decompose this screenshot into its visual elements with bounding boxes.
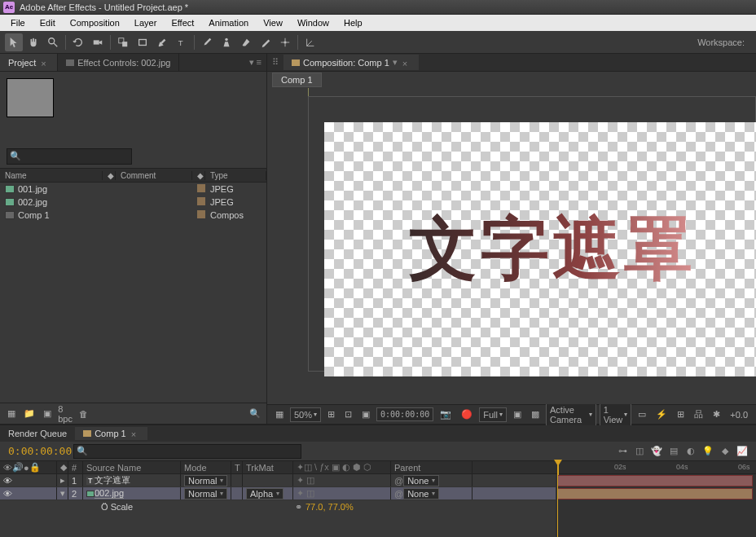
menu-effect[interactable]: Effect — [164, 16, 201, 29]
panel-menu-icon[interactable]: ▾ ≡ — [244, 57, 266, 68]
hide-shy-icon[interactable]: 👻 — [649, 444, 664, 459]
selection-tool-icon[interactable] — [5, 33, 23, 51]
eraser-tool-icon[interactable] — [237, 33, 255, 51]
zoom-dropdown[interactable]: 50% ▾ — [290, 407, 321, 422]
property-scale-label[interactable]: Ö Scale — [85, 502, 181, 512]
menu-help[interactable]: Help — [336, 16, 370, 29]
label-swatch[interactable] — [197, 197, 205, 205]
close-icon[interactable]: × — [131, 429, 139, 438]
trkmat-dropdown[interactable]: Alpha▾ — [246, 488, 284, 500]
parent-dropdown[interactable]: None▾ — [403, 488, 439, 500]
text-tool-icon[interactable]: T — [173, 33, 191, 51]
current-time-display[interactable]: 0:00:00:00 — [376, 407, 433, 421]
col-name-header[interactable]: Name — [0, 171, 103, 180]
pixel-aspect-icon[interactable]: ▭ — [635, 407, 649, 421]
local-axis-icon[interactable] — [301, 33, 319, 51]
rect-tool-icon[interactable] — [134, 33, 152, 51]
new-comp-icon[interactable]: ▣ — [41, 407, 54, 420]
comp-viewport[interactable]: 文字遮罩 — [267, 88, 756, 404]
effect-controls-tab[interactable]: Effect Controls: 002.jpg — [58, 54, 179, 71]
flowchart-icon[interactable]: 品 — [691, 407, 706, 422]
interpret-footage-icon[interactable]: ▦ — [5, 407, 18, 420]
frame-blend-icon[interactable]: ▤ — [666, 444, 681, 459]
twirl-icon[interactable]: ▾ — [60, 488, 65, 499]
reset-exposure-icon[interactable]: ✱ — [710, 407, 723, 421]
motion-blur-icon[interactable]: ◐ — [683, 444, 698, 459]
blend-mode-dropdown[interactable]: Normal▾ — [184, 488, 227, 500]
camera-tool-icon[interactable] — [89, 33, 107, 51]
delete-icon[interactable]: 🗑 — [77, 407, 90, 420]
col-type-header[interactable]: Type — [205, 171, 266, 180]
property-scale-value[interactable]: 77.0, 77.0% — [305, 502, 354, 512]
source-name-header[interactable]: Source Name — [83, 461, 181, 473]
menu-window[interactable]: Window — [290, 16, 336, 29]
number-header[interactable]: # — [68, 461, 83, 473]
menu-file[interactable]: File — [3, 16, 33, 29]
timeline-current-time[interactable]: 0:00:00:00 — [0, 445, 73, 457]
menu-layer[interactable]: Layer — [127, 16, 165, 29]
timeline-property-row[interactable]: Ö Scale ⚭ 77.0, 77.0% — [0, 500, 556, 513]
menu-animation[interactable]: Animation — [201, 16, 256, 29]
parent-header[interactable]: Parent — [391, 461, 472, 473]
timeline-ruler[interactable]: 02s 04s 06s — [556, 461, 756, 474]
layer-duration-bar[interactable] — [557, 488, 753, 500]
roi-icon[interactable]: ▣ — [510, 407, 525, 421]
brainstorm-icon[interactable]: 💡 — [701, 444, 715, 459]
col-label-header[interactable]: ◆ — [103, 171, 116, 180]
fast-preview-icon[interactable]: ⚡ — [653, 407, 670, 421]
layer-duration-bar[interactable] — [557, 475, 753, 486]
close-icon[interactable]: × — [402, 59, 411, 67]
timeline-layer-row[interactable]: 👁 ▾ 2 002.jpg Normal▾ Alpha▾ ✦ ◫ @ None▾ — [0, 487, 556, 500]
exposure-value[interactable]: +0.0 — [727, 408, 751, 421]
roto-tool-icon[interactable] — [257, 33, 275, 51]
col-label2-header[interactable]: ◆ — [192, 171, 205, 180]
col-comment-header[interactable]: Comment — [116, 171, 192, 180]
comp-mini-flowchart-icon[interactable]: ⊶ — [615, 444, 630, 459]
trkmat-header[interactable]: TrkMat — [243, 461, 293, 473]
comp-tab[interactable]: Composition: Comp 1 ▾ × — [284, 55, 419, 70]
timeline-comp-tab[interactable]: Comp 1 × — [75, 427, 147, 440]
mask-toggle-icon[interactable]: ▣ — [358, 407, 373, 421]
label-header[interactable]: ◆ — [57, 461, 68, 473]
zoom-tool-icon[interactable] — [44, 33, 62, 51]
view-count-dropdown[interactable]: 1 View ▾ — [600, 403, 632, 427]
project-row[interactable]: Comp 1 Compos — [0, 209, 266, 222]
close-icon[interactable]: × — [41, 59, 49, 67]
auto-keyframe-icon[interactable]: ◆ — [718, 444, 732, 459]
snapshot-icon[interactable]: 📷 — [437, 407, 455, 421]
pickwhip-icon[interactable]: @ — [394, 489, 403, 499]
blend-mode-dropdown[interactable]: Normal▾ — [184, 475, 227, 486]
project-row[interactable]: 002.jpg JPEG — [0, 196, 266, 209]
puppet-tool-icon[interactable] — [276, 33, 294, 51]
t-header[interactable]: T — [231, 461, 243, 473]
brush-tool-icon[interactable] — [198, 33, 216, 51]
graph-editor-icon[interactable]: 📈 — [735, 444, 749, 459]
resolution-icon[interactable]: ⊞ — [324, 407, 338, 421]
constrain-proportions-icon[interactable]: ⚭ — [295, 502, 302, 513]
resolution-dropdown[interactable]: Full ▾ — [479, 407, 507, 422]
video-toggle-icon[interactable]: 👁 — [3, 489, 12, 499]
grid-icon[interactable]: ⊡ — [341, 407, 355, 421]
project-tab[interactable]: Project × — [0, 54, 58, 71]
label-swatch[interactable] — [197, 210, 205, 218]
rotate-tool-icon[interactable] — [69, 33, 87, 51]
pan-behind-tool-icon[interactable] — [114, 33, 132, 51]
masked-text-layer[interactable]: 文字遮罩 — [409, 203, 696, 296]
twirl-icon[interactable]: ▸ — [60, 475, 65, 486]
new-folder-icon[interactable]: 📁 — [23, 407, 36, 420]
project-row[interactable]: 001.jpg JPEG — [0, 183, 266, 196]
pickwhip-icon[interactable]: @ — [394, 476, 403, 486]
channel-icon[interactable]: 🔴 — [458, 407, 476, 421]
project-search-input[interactable] — [7, 148, 132, 165]
timeline-layer-row[interactable]: 👁 ▸ 1 T 文字遮罩 Normal▾ ✦ ◫ @ None▾ — [0, 474, 556, 487]
menu-edit[interactable]: Edit — [33, 16, 63, 29]
switches-header[interactable]: ✦◫ \ ƒx ▣ ◐ ⬢ ⬡ — [293, 461, 391, 473]
parent-dropdown[interactable]: None▾ — [403, 475, 439, 486]
render-queue-tab[interactable]: Render Queue — [0, 427, 75, 440]
av-features-header[interactable]: 👁 🔊 ● 🔒 — [0, 461, 57, 473]
breadcrumb-item[interactable]: Comp 1 — [272, 73, 322, 87]
always-preview-icon[interactable]: ▦ — [272, 407, 287, 421]
bpc-toggle[interactable]: 8 bpc — [59, 407, 72, 420]
hand-tool-icon[interactable] — [24, 33, 42, 51]
menu-composition[interactable]: Composition — [63, 16, 127, 29]
